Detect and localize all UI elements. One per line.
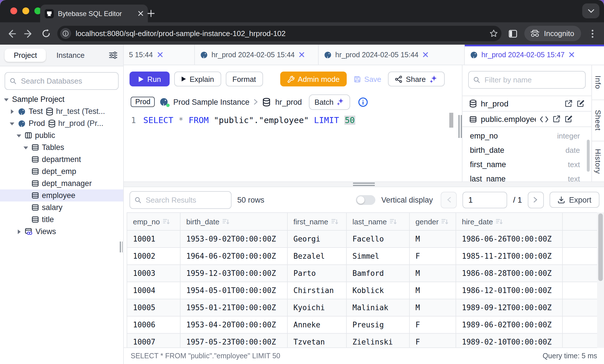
sort-icon[interactable] — [496, 218, 503, 225]
column-header-last-name[interactable]: last_name — [347, 213, 410, 230]
reload-button[interactable] — [40, 28, 52, 39]
info-circle-icon[interactable] — [358, 97, 368, 107]
caret-right-icon[interactable] — [9, 109, 15, 114]
tree-item-table-title[interactable]: title — [0, 213, 123, 225]
tab-instance[interactable]: Instance — [48, 49, 93, 62]
browser-tab-close-icon[interactable] — [138, 11, 143, 16]
cell[interactable]: M — [410, 231, 456, 247]
side-panel-icon[interactable] — [507, 28, 519, 39]
editor-scrollbar[interactable] — [449, 113, 453, 128]
cell[interactable]: Simmel — [347, 248, 410, 264]
cell[interactable]: Georgi — [288, 231, 347, 247]
close-window-button[interactable] — [10, 7, 17, 14]
panel-resize-handle[interactable] — [458, 65, 462, 181]
cell[interactable]: M — [410, 265, 456, 282]
cell[interactable]: F — [410, 248, 456, 264]
cell[interactable]: 1989-09-12T00:00:00Z — [456, 299, 563, 316]
back-button[interactable] — [6, 28, 17, 39]
caret-down-icon[interactable] — [16, 134, 22, 137]
caret-down-icon[interactable] — [23, 146, 29, 149]
column-row[interactable]: last_name text — [462, 172, 591, 181]
open-external-icon[interactable] — [552, 115, 560, 123]
tree-item-project[interactable]: Sample Project — [0, 93, 123, 105]
sort-icon[interactable] — [331, 218, 338, 225]
cell[interactable]: 1964-06-02T00:00:00Z — [181, 248, 288, 264]
sort-icon[interactable] — [442, 218, 448, 225]
forward-button[interactable] — [23, 28, 34, 39]
table-row[interactable]: 100041954-05-01T00:00:00ZChirstianKoblic… — [127, 282, 597, 299]
cell[interactable]: 1985-11-21T00:00:00Z — [456, 248, 563, 264]
cell[interactable]: Chirstian — [288, 282, 347, 299]
table-row[interactable]: 100061953-04-20T00:00:00ZAnnekePreusigF1… — [127, 316, 597, 334]
database-search-input[interactable] — [20, 76, 113, 86]
vertical-display-toggle[interactable] — [356, 195, 376, 205]
results-scrollbar[interactable] — [597, 212, 604, 348]
export-button[interactable]: Export — [550, 192, 599, 208]
cell[interactable]: Kyoichi — [288, 299, 347, 316]
close-tab-icon[interactable] — [157, 52, 162, 57]
sidebar-settings-icon[interactable] — [107, 50, 119, 61]
cell[interactable]: Bamford — [347, 265, 410, 282]
cell[interactable]: Preusig — [347, 316, 410, 333]
tree-item-table-employee[interactable]: employee — [0, 189, 123, 201]
tab-project[interactable]: Project — [5, 49, 46, 62]
tree-item-table-department[interactable]: department — [0, 153, 123, 165]
sort-icon[interactable] — [163, 218, 170, 225]
cell[interactable]: Parto — [288, 265, 347, 282]
tab-info[interactable]: Info — [592, 65, 604, 100]
caret-down-icon[interactable] — [3, 98, 9, 101]
prev-page-button[interactable] — [441, 191, 457, 208]
caret-right-icon[interactable] — [16, 229, 22, 234]
tree-item-table-dept-manager[interactable]: dept_manager — [0, 177, 123, 189]
tab-sheet[interactable]: Sheet — [592, 100, 604, 141]
minimize-window-button[interactable] — [22, 7, 29, 14]
cell[interactable]: Anneke — [288, 316, 347, 333]
next-page-button[interactable] — [528, 191, 544, 208]
environment-chip[interactable]: Prod — [131, 97, 155, 107]
sql-code-editor[interactable]: 1 SELECT*FROM"public"."employee"LIMIT50 — [124, 111, 458, 181]
browser-menu-icon[interactable] — [587, 28, 598, 39]
cell[interactable]: F — [410, 316, 456, 333]
cell[interactable]: Tzvetan — [288, 334, 347, 347]
share-button[interactable]: Share — [388, 72, 445, 86]
table-row[interactable]: 100011953-09-02T00:00:00ZGeorgiFacelloM1… — [127, 231, 597, 248]
explain-button[interactable]: Explain — [174, 72, 221, 86]
schema-table-row[interactable]: public.employee — [462, 112, 591, 127]
cell[interactable]: 1986-08-28T00:00:00Z — [456, 265, 563, 282]
close-tab-icon[interactable] — [569, 52, 574, 57]
run-button[interactable]: Run — [130, 72, 170, 86]
sidebar-resize-handle[interactable] — [120, 242, 123, 252]
bookmark-star-icon[interactable] — [489, 29, 498, 38]
query-tab-2[interactable]: hr_prod 2024-02-05 15:44 — [195, 45, 319, 65]
new-browser-tab-button[interactable] — [144, 7, 157, 19]
query-tab-1[interactable]: 5 15:44 — [124, 45, 195, 65]
column-row[interactable]: birth_date date — [462, 143, 591, 157]
sort-icon[interactable] — [222, 218, 229, 225]
cell[interactable]: Zielinski — [347, 334, 410, 347]
table-row[interactable]: 100071957-05-23T00:00:00ZTzvetanZielinsk… — [127, 334, 597, 347]
cell[interactable]: 1955-01-21T00:00:00Z — [181, 299, 288, 316]
column-header-birth-date[interactable]: birth_date — [181, 213, 288, 230]
cell[interactable]: 10005 — [127, 299, 181, 316]
query-tab-3[interactable]: hr_prod 2024-02-05 15:44 — [319, 45, 465, 65]
column-header-emp-no[interactable]: emp_no — [127, 213, 181, 230]
tree-item-table-dept-emp[interactable]: dept_emp — [0, 165, 123, 177]
tab-history[interactable]: History — [592, 141, 604, 181]
browser-tab[interactable]: Bytebase SQL Editor — [40, 5, 148, 22]
cell[interactable]: F — [410, 334, 456, 347]
results-resize-handle[interactable] — [124, 181, 604, 187]
cell[interactable]: Bezalel — [288, 248, 347, 264]
column-list-scrollbar[interactable] — [587, 140, 590, 172]
results-search-input[interactable] — [145, 195, 226, 205]
cell[interactable]: 1989-02-10T00:00:00Z — [456, 334, 563, 347]
close-tab-icon[interactable] — [299, 52, 305, 57]
instance-name[interactable]: Prod Sample Instance — [173, 98, 250, 106]
column-header-hire-date[interactable]: hire_date — [456, 213, 563, 230]
results-search[interactable] — [130, 191, 232, 209]
tree-item-hr-prod[interactable]: Prod hr_prod (Pr... — [0, 117, 123, 129]
site-info-icon[interactable] — [60, 28, 71, 39]
tree-item-schema-public[interactable]: public — [0, 129, 123, 141]
cell[interactable]: M — [410, 299, 456, 316]
column-header-first-name[interactable]: first_name — [288, 213, 347, 230]
cell[interactable]: 10001 — [127, 231, 181, 247]
